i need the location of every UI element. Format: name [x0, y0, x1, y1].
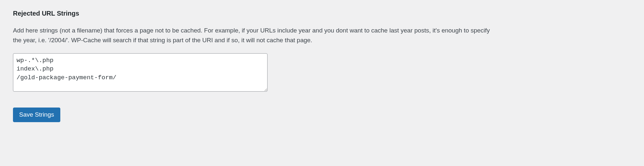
rejected-url-strings-textarea[interactable]: [13, 53, 268, 92]
section-description: Add here strings (not a filename) that f…: [13, 26, 499, 45]
section-title: Rejected URL Strings: [13, 10, 631, 17]
save-strings-button[interactable]: Save Strings: [13, 108, 60, 122]
